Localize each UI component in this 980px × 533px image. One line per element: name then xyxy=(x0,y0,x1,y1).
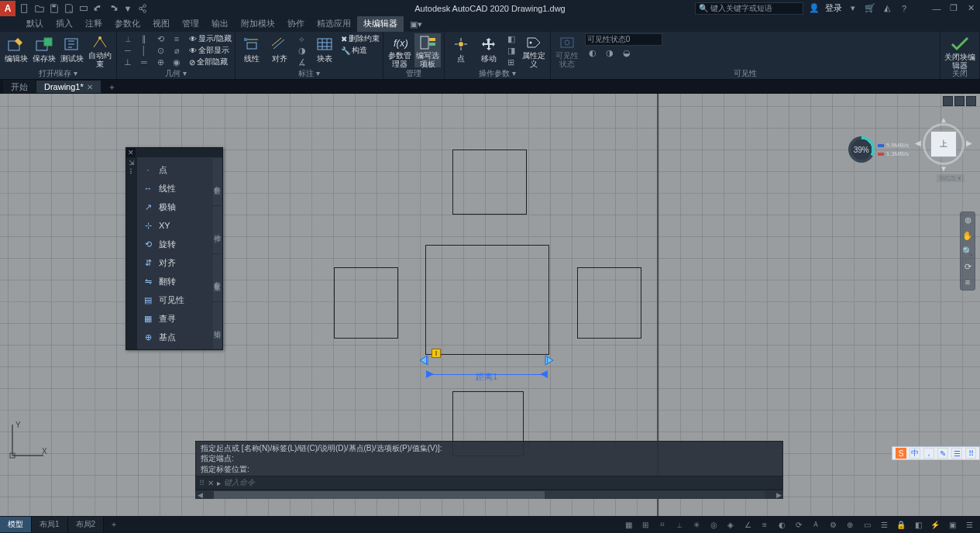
warning-badge-icon[interactable]: ! xyxy=(432,349,441,358)
palette-side-handle[interactable]: ⇲ ⠇ xyxy=(126,157,137,349)
sb-snap-icon[interactable]: ⌗ xyxy=(656,518,669,531)
rect-top[interactable] xyxy=(452,150,527,215)
viewcube-top-face[interactable]: 上 xyxy=(930,131,957,157)
cmd-close-icon[interactable]: ✕ xyxy=(208,479,214,487)
nav-showmotion-icon[interactable]: ≡ xyxy=(962,277,973,287)
tab-parametric[interactable]: 参数化 xyxy=(108,15,146,32)
sb-ortho-icon[interactable]: ⟂ xyxy=(673,518,686,531)
close-button[interactable]: ✕ xyxy=(965,2,977,15)
palette-tab-actions[interactable]: 动作 xyxy=(213,205,222,253)
sb-annoscale-icon[interactable]: Ａ xyxy=(810,518,822,531)
tab-manage[interactable]: 管理 xyxy=(176,15,205,32)
login-label[interactable]: 登录 xyxy=(825,2,842,14)
rect-right[interactable] xyxy=(577,267,641,339)
minimize-button[interactable]: — xyxy=(930,2,943,15)
palette-menu-icon[interactable]: ⠇ xyxy=(129,168,135,176)
tab-block-editor[interactable]: 块编辑器 xyxy=(357,15,404,32)
dc-3[interactable]: ∡ xyxy=(294,57,310,67)
construction-button[interactable]: 🔧构造 xyxy=(341,45,380,56)
sb-hardware-icon[interactable]: ⚡ xyxy=(929,518,941,531)
ap-2[interactable]: ◨ xyxy=(504,45,519,56)
palette-item-lookup[interactable]: ▦查寻 xyxy=(137,309,213,328)
ime-toolbar[interactable]: S 中 ， ✎ ☰ ⠿ xyxy=(892,446,980,460)
layout-tab-model[interactable]: 模型 xyxy=(0,517,32,532)
rect-left[interactable] xyxy=(334,267,398,339)
sb-3dosnap-icon[interactable]: ◈ xyxy=(724,518,737,531)
aligned-dim-button[interactable]: 对齐 xyxy=(266,33,293,67)
gc-6[interactable]: │ xyxy=(136,45,152,56)
nav-orbit-icon[interactable]: ⟳ xyxy=(962,261,973,272)
layout-tab-layout1[interactable]: 布局1 xyxy=(32,517,68,532)
tab-close-icon[interactable]: ✕ xyxy=(87,83,93,91)
tab-output[interactable]: 输出 xyxy=(205,15,235,32)
param-manager-button[interactable]: f(x)参数管理器 xyxy=(387,33,413,67)
app-logo[interactable]: A xyxy=(0,1,15,16)
gc-11[interactable]: ⊕ xyxy=(153,57,168,67)
drawing-tab[interactable]: Drawing1* ✕ xyxy=(36,81,101,93)
qat-undo-icon[interactable] xyxy=(92,2,105,15)
palette-item-basepoint[interactable]: ⊕基点 xyxy=(137,328,213,346)
gc-9[interactable]: ⊥ xyxy=(120,57,136,67)
sb-osnap-icon[interactable]: ◎ xyxy=(707,518,720,531)
gc-5[interactable]: ─ xyxy=(120,45,136,56)
ap-3[interactable]: ⊞ xyxy=(504,57,519,67)
user-icon[interactable]: 👤 xyxy=(808,2,820,15)
tab-collab[interactable]: 协作 xyxy=(281,15,311,32)
move-action-button[interactable]: 移动 xyxy=(476,33,502,67)
help-icon[interactable]: ? xyxy=(898,2,910,15)
palette-item-flip[interactable]: ⇋翻转 xyxy=(137,272,213,291)
ime-menu-button[interactable]: ☰ xyxy=(951,448,962,459)
rect-center[interactable] xyxy=(425,245,549,355)
palette-item-polar[interactable]: ↗极轴 xyxy=(137,198,213,216)
command-line[interactable]: ⠿ ✕ ▸ 键入命令 xyxy=(195,476,783,490)
sb-units-icon[interactable]: ▭ xyxy=(861,518,873,531)
visibility-combo[interactable] xyxy=(585,33,662,46)
tab-annotate[interactable]: 注释 xyxy=(79,15,108,32)
tab-addins[interactable]: 附加模块 xyxy=(235,15,281,32)
gc-12[interactable]: ◉ xyxy=(169,57,184,67)
sb-model-icon[interactable]: ▦ xyxy=(622,518,634,531)
sb-lweight-icon[interactable]: ≡ xyxy=(758,518,771,531)
qat-dropdown-icon[interactable]: ▼ xyxy=(122,2,134,15)
palette-close-icon[interactable]: ✕ xyxy=(126,148,136,157)
viewcube-s-icon[interactable]: ▼ xyxy=(940,164,947,173)
sb-otrack-icon[interactable]: ∠ xyxy=(741,518,754,531)
save-block-button[interactable]: 保存块 xyxy=(31,33,57,67)
hide-all-button[interactable]: ⊘全部隐藏 xyxy=(189,57,232,67)
hscroll-right-icon[interactable]: ▶ xyxy=(774,490,783,500)
qat-redo-icon[interactable] xyxy=(107,2,119,15)
attr-def-button[interactable]: 属性定义 xyxy=(521,33,547,67)
gc-2[interactable]: ∥ xyxy=(136,33,152,44)
autodesk-app-icon[interactable]: ▾ xyxy=(847,2,859,15)
tab-overflow-icon[interactable]: ▣▾ xyxy=(404,17,428,32)
block-authoring-palette[interactable]: ✕ ⇲ ⠇ ·点 ↔线性 ↗极轴 ⊹XY ⟲旋转 ⇵对齐 ⇋翻转 ▤可见性 ▦查… xyxy=(126,147,223,350)
linear-dim-button[interactable]: 线性 xyxy=(239,33,265,67)
palette-tab-paramsets[interactable]: 参数集 xyxy=(213,253,222,301)
cmd-handle-icon[interactable]: ⠿ xyxy=(199,479,205,487)
drawing-canvas[interactable]: ! 距离1 ✕ ⇲ ⠇ ·点 ↔线性 ↗极轴 ⊹XY xyxy=(0,94,980,516)
sb-customize-icon[interactable]: ☰ xyxy=(963,518,975,531)
qat-save-icon[interactable] xyxy=(48,2,60,15)
qat-plot-icon[interactable] xyxy=(77,2,90,15)
sb-grid-icon[interactable]: ⊞ xyxy=(639,518,652,531)
gc-10[interactable]: ═ xyxy=(136,57,152,67)
qat-open-icon[interactable] xyxy=(33,2,46,15)
wcs-label[interactable]: WCS ▾ xyxy=(937,174,965,182)
sb-isodraft-icon[interactable]: ◧ xyxy=(912,518,924,531)
vis-sm-3[interactable]: ◒ xyxy=(619,47,634,58)
qat-new-icon[interactable] xyxy=(19,2,31,15)
layout-add-button[interactable]: ＋ xyxy=(104,517,124,532)
viewcube[interactable]: 上 ▲ ▼ ◀ ▶ xyxy=(916,117,971,171)
show-all-button[interactable]: 👁全部显示 xyxy=(189,45,232,56)
tab-view[interactable]: 视图 xyxy=(146,15,176,32)
palette-item-point[interactable]: ·点 xyxy=(137,160,213,179)
authoring-palette-button[interactable]: 编写选项板 xyxy=(414,33,441,67)
nav-wheel-icon[interactable]: ⊚ xyxy=(962,215,973,225)
palette-pin-icon[interactable]: ⇲ xyxy=(129,159,135,167)
viewcube-e-icon[interactable]: ▶ xyxy=(966,139,972,147)
ime-lang-button[interactable]: 中 xyxy=(910,448,920,459)
ime-punct-button[interactable]: ， xyxy=(923,448,934,459)
palette-item-rotation[interactable]: ⟲旋转 xyxy=(137,235,213,253)
ime-logo-icon[interactable]: S xyxy=(896,448,906,459)
test-block-button[interactable]: 测试块 xyxy=(59,33,85,67)
